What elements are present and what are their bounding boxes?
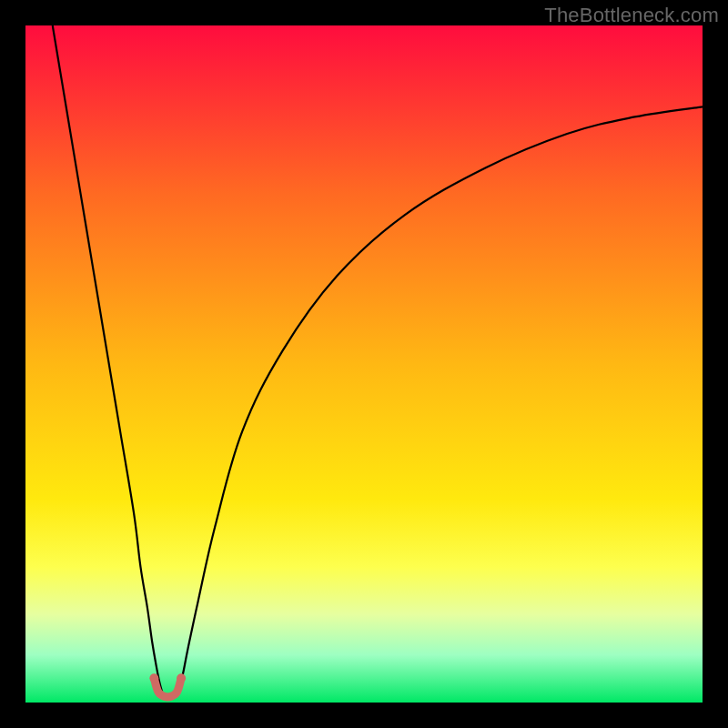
chart-svg bbox=[25, 25, 703, 703]
valley-end-dot bbox=[149, 673, 158, 682]
watermark-label: TheBottleneck.com bbox=[544, 4, 719, 27]
chart-frame: TheBottleneck.com bbox=[0, 0, 728, 728]
gradient-background bbox=[25, 25, 703, 703]
valley-end-dot bbox=[177, 673, 186, 682]
plot-area bbox=[25, 25, 703, 703]
